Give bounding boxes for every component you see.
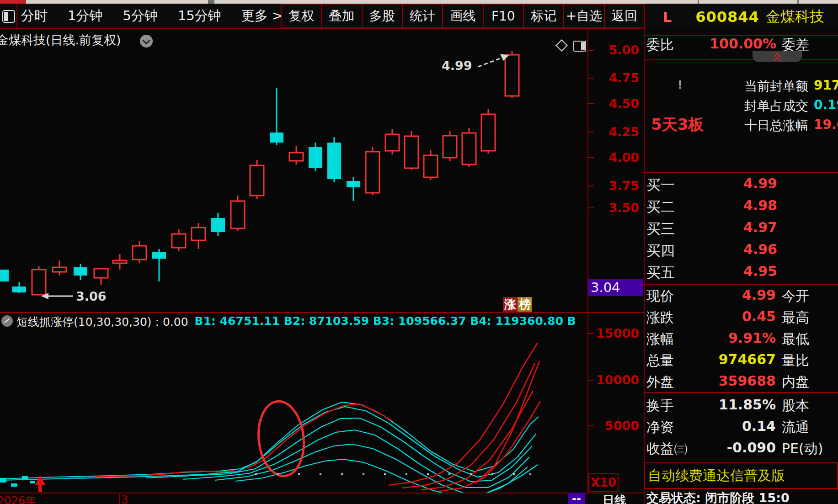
menu-item-5min[interactable]: 5分钟 [123, 7, 157, 25]
stat-value: 19.6 [814, 117, 838, 132]
chevron-up-icon [774, 53, 781, 57]
divider [119, 493, 120, 504]
quote-label: 总量 [646, 351, 674, 370]
weibi-label: 委比 [646, 36, 674, 54]
toolbar-buttons: 复权 叠加 多股 统计 画线 F10 标记 +自选 返回 [281, 4, 645, 28]
badge-char: 涨 [503, 297, 518, 312]
stat-value: 917 [814, 78, 838, 93]
info-row-nav: 净资 0.14 流通 [644, 418, 838, 439]
info-label2: 股本 [782, 397, 809, 415]
f10-button[interactable]: F10 [483, 4, 524, 28]
stat-value: 0.19 [814, 97, 838, 112]
stat-label: 封单占成交 [686, 97, 808, 115]
menu-item-fenshi[interactable]: 分时 [21, 7, 48, 25]
divider [587, 28, 588, 493]
fuquan-button[interactable]: 复权 [281, 4, 322, 28]
layout-toggle-icon[interactable] [2, 10, 15, 23]
statistics-button[interactable]: 统计 [402, 4, 443, 28]
bid-row-4: 买四 4.96 [644, 241, 838, 263]
window-top-strip [0, 0, 838, 4]
axis-label: 5.00 [608, 43, 639, 57]
strip-mark [208, 0, 214, 4]
board-label: 5天3板 [651, 114, 704, 135]
alert-icon: ! [678, 79, 683, 91]
strip-mark [797, 0, 799, 4]
menu-item-more[interactable]: 更多 > [241, 7, 283, 25]
candle [94, 269, 108, 285]
multi-stock-button[interactable]: 多股 [362, 4, 403, 28]
candle [211, 213, 225, 236]
add-watchlist-button[interactable]: +自选 [563, 4, 604, 28]
zhangbang-badge[interactable]: 涨 榜 [503, 297, 532, 312]
overlay-button[interactable]: 叠加 [321, 4, 362, 28]
bid-label: 买一 [646, 175, 675, 195]
candle [0, 270, 9, 281]
axis-tick [587, 425, 594, 426]
promo-text: 自动续费通达信普及版 [648, 467, 785, 485]
divider [644, 172, 838, 173]
stock-name: 金煤科技 [766, 7, 824, 27]
back-button[interactable]: 返回 [604, 4, 645, 28]
info-label2: 流通 [782, 418, 809, 437]
axis-label: 5000 [605, 419, 639, 433]
candle [12, 282, 26, 293]
divider [0, 28, 644, 29]
candle [172, 229, 186, 251]
quote-label: 现价 [646, 287, 674, 306]
info-row-eps: 收益㈢ -0.090 PE(动) [644, 440, 838, 461]
candle [53, 260, 66, 276]
draw-line-button[interactable]: 画线 [442, 4, 483, 28]
indicator-axis: 15000100005000 [588, 312, 643, 493]
stock-header: L 600844 金煤科技 [646, 4, 838, 30]
mark-button[interactable]: 标记 [523, 4, 564, 28]
menu-item-15min[interactable]: 15分钟 [178, 7, 221, 25]
candle [113, 254, 127, 270]
cursor-value-tag: -- [568, 493, 585, 504]
quote-label2: 内盘 [782, 373, 809, 392]
quote-row-pct: 涨幅 9.91% 最低 [644, 330, 838, 351]
quote-label: 外盘 [646, 373, 674, 392]
stock-code: 600844 [695, 8, 759, 26]
stock-flag: L [663, 9, 672, 25]
axis-tick [587, 78, 594, 79]
seal-amount-row: ! 当前封单额 917 [644, 78, 838, 93]
divider [644, 392, 838, 393]
candle [505, 51, 519, 98]
divider [0, 312, 644, 313]
quote-label2: 今开 [782, 287, 809, 306]
candle [366, 147, 379, 195]
low-annotation: 3.06 [41, 289, 107, 303]
quote-row-price: 现价 4.99 今开 [644, 287, 838, 308]
candle [250, 160, 264, 199]
bid-price: 4.95 [731, 263, 777, 279]
axis-label: 4.75 [608, 71, 639, 85]
menu-item-1min[interactable]: 1分钟 [68, 7, 102, 25]
quote-value: 974667 [681, 351, 776, 367]
axis-tick [587, 50, 594, 51]
candlestick-chart: 3.064.99 [0, 28, 587, 312]
period-selector[interactable]: 日线 [603, 493, 626, 504]
quote-label: 涨跌 [646, 308, 674, 327]
axis-tick [587, 157, 594, 158]
candle [231, 196, 245, 231]
multiplier-tag: X10 [588, 473, 619, 492]
seal-ratio-row: 封单占成交 0.19 [644, 97, 838, 113]
quote-value: 0.45 [681, 308, 776, 324]
axis-month-label: 3 [121, 493, 128, 504]
candle [74, 264, 87, 280]
collapse-handle[interactable] [753, 51, 802, 62]
axis-label: 4.50 [608, 96, 639, 111]
candle [289, 146, 303, 164]
bid-row-3: 买三 4.97 [644, 219, 838, 241]
bid-label: 买四 [646, 241, 675, 260]
period-menu: 分时 1分钟 5分钟 15分钟 更多 > [21, 4, 283, 28]
axis-label: 15000 [596, 326, 639, 340]
axis-label: 3.50 [608, 201, 639, 215]
candle [443, 131, 457, 161]
promo-banner[interactable]: 自动续费通达信普及版 [644, 462, 838, 489]
candlestick-series [0, 51, 519, 295]
indicator-chart [0, 312, 587, 493]
fan-line-cyan [0, 407, 536, 480]
fan-line-cyan [183, 430, 529, 488]
candle [347, 177, 360, 201]
